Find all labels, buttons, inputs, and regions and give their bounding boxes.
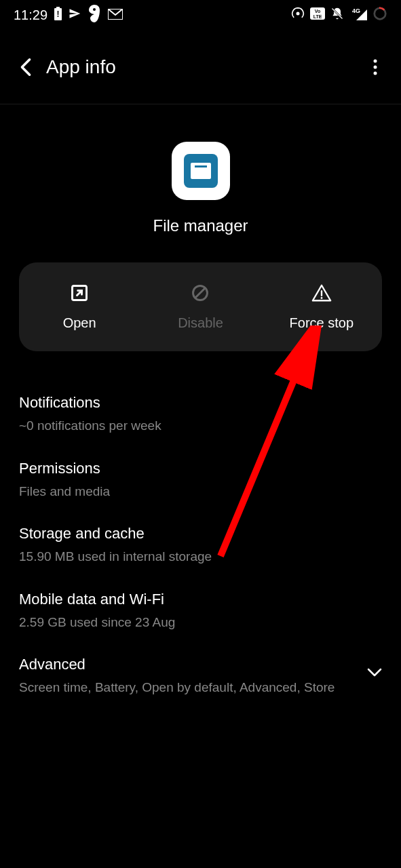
settings-title: Permissions — [19, 460, 382, 477]
svg-text:Vo: Vo — [315, 9, 320, 14]
app-icon — [172, 142, 230, 200]
status-time: 11:29 — [14, 7, 47, 23]
hotspot-icon — [291, 7, 305, 24]
svg-rect-1 — [56, 7, 60, 9]
chevron-down-icon — [367, 668, 382, 680]
location-arrow-icon — [69, 7, 81, 23]
settings-title: Storage and cache — [19, 525, 382, 542]
app-hero: File manager — [0, 104, 401, 262]
settings-subtitle: Screen time, Battery, Open by default, A… — [19, 679, 354, 697]
settings-item-data[interactable]: Mobile data and Wi-Fi 2.59 GB used since… — [19, 578, 382, 644]
back-icon — [19, 58, 33, 77]
more-options-button[interactable] — [362, 54, 389, 81]
disable-icon — [190, 283, 210, 303]
status-bar: 11:29 ! VoLTE 4G — [0, 0, 401, 30]
action-card: Open Disable Force stop — [19, 262, 382, 351]
back-button[interactable] — [12, 54, 39, 81]
settings-item-storage[interactable]: Storage and cache 15.90 MB used in inter… — [19, 513, 382, 578]
loading-icon — [373, 6, 387, 24]
open-label: Open — [63, 315, 96, 331]
settings-title: Mobile data and Wi-Fi — [19, 591, 382, 608]
force-stop-label: Force stop — [290, 315, 354, 331]
settings-title: Notifications — [19, 394, 382, 412]
force-stop-button[interactable]: Force stop — [261, 283, 382, 331]
disable-label: Disable — [178, 315, 223, 331]
open-icon — [69, 283, 90, 303]
signal-4g-icon: 4G — [349, 7, 367, 24]
settings-subtitle: Files and media — [19, 483, 382, 501]
svg-point-20 — [320, 297, 322, 299]
settings-subtitle: ~0 notifications per week — [19, 417, 382, 435]
svg-text:!: ! — [57, 9, 60, 19]
force-stop-icon — [311, 283, 332, 303]
svg-point-3 — [93, 8, 96, 11]
svg-line-18 — [195, 288, 206, 298]
app-header: App info — [0, 30, 401, 104]
battery-low-icon: ! — [54, 7, 62, 24]
svg-text:LTE: LTE — [313, 14, 322, 19]
more-vert-icon — [373, 59, 377, 75]
disable-button[interactable]: Disable — [140, 283, 261, 331]
svg-text:4G: 4G — [352, 7, 360, 14]
volte-icon: VoLTE — [310, 7, 325, 23]
settings-subtitle: 2.59 GB used since 23 Aug — [19, 614, 382, 632]
settings-item-advanced[interactable]: Advanced Screen time, Battery, Open by d… — [19, 644, 382, 709]
open-button[interactable]: Open — [19, 283, 140, 331]
gmail-icon — [108, 7, 123, 23]
svg-point-15 — [374, 71, 377, 75]
swiggy-icon — [88, 5, 101, 26]
app-name: File manager — [153, 216, 248, 235]
settings-list: Notifications ~0 notifications per week … — [0, 382, 401, 709]
page-title: App info — [46, 56, 362, 78]
notifications-off-icon — [330, 6, 344, 24]
svg-point-5 — [297, 12, 300, 15]
svg-point-14 — [374, 65, 377, 68]
settings-subtitle: 15.90 MB used in internal storage — [19, 548, 382, 566]
settings-item-permissions[interactable]: Permissions Files and media — [19, 448, 382, 513]
settings-title: Advanced — [19, 656, 354, 673]
svg-point-13 — [374, 59, 377, 62]
settings-item-notifications[interactable]: Notifications ~0 notifications per week — [19, 382, 382, 448]
